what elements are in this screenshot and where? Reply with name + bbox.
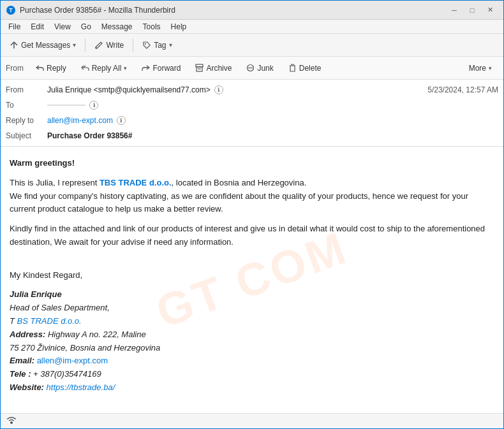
maximize-button[interactable]: □ (464, 4, 480, 17)
email-header: From Julia Enrique <smtp@quicklyemailsen… (1, 80, 503, 147)
from-label: From (6, 64, 24, 73)
status-bar (1, 413, 503, 428)
write-icon (94, 41, 103, 50)
archive-button[interactable]: Archive (189, 61, 238, 76)
forward-button[interactable]: Forward (135, 61, 187, 76)
menu-file[interactable]: File (3, 21, 26, 33)
menu-message[interactable]: Message (96, 21, 138, 33)
toolbar-divider-1 (85, 39, 85, 52)
get-messages-button[interactable]: Get Messages ▾ (4, 38, 81, 52)
reply-to-info-icon[interactable]: ℹ (117, 116, 126, 125)
reply-icon (36, 64, 44, 72)
toolbar: Get Messages ▾ Write Tag ▾ (1, 34, 503, 57)
window-title: Purchase Order 93856# - Mozilla Thunderb… (20, 6, 446, 15)
sig-company-pre: T (10, 316, 17, 326)
sender-info-icon[interactable]: ℹ (214, 85, 223, 94)
sig-address-label: Address: (10, 330, 48, 339)
menu-help[interactable]: Help (166, 21, 192, 33)
from-field-label: From (6, 85, 47, 94)
reply-to-value: allen@im-expt.com ℹ (47, 116, 498, 125)
reply-all-icon (81, 64, 89, 72)
app-icon: T (6, 5, 16, 15)
reply-to-link[interactable]: allen@im-expt.com (47, 116, 113, 125)
subject-field-label: Subject (6, 131, 47, 140)
sig-email-label: Email: (10, 356, 37, 365)
svg-text:T: T (9, 7, 13, 13)
reply-all-button[interactable]: Reply All ▾ (75, 61, 134, 76)
signature-block: Julia Enrique Head of Sales Department, … (10, 288, 494, 394)
sig-tele: + 387(0)35474169 (33, 369, 101, 379)
wifi-icon (6, 416, 17, 425)
subject-row: Subject Purchase Order 93856# (1, 128, 503, 143)
sig-title: Head of Sales Department, (10, 303, 110, 312)
junk-icon (246, 64, 255, 72)
archive-icon (195, 64, 204, 72)
reply-to-row: Reply to allen@im-expt.com ℹ (1, 113, 503, 128)
window-controls: ─ □ ✕ (446, 4, 498, 17)
to-row: To ℹ (1, 98, 503, 113)
to-field-label: To (6, 101, 47, 110)
svg-point-8 (10, 421, 13, 424)
menu-bar: File Edit View Go Message Tools Help (1, 20, 503, 34)
menu-edit[interactable]: Edit (26, 21, 49, 33)
menu-view[interactable]: View (49, 21, 76, 33)
to-field-value: ℹ (47, 101, 498, 110)
close-button[interactable]: ✕ (482, 4, 498, 17)
forward-icon (142, 64, 150, 72)
reply-all-chevron-icon: ▾ (124, 65, 127, 71)
greeting-text: Warm greetings! (10, 157, 494, 170)
subject-field-value: Purchase Order 93856# (47, 131, 498, 140)
sig-address: Highway A no. 222, Maline (48, 330, 146, 339)
get-messages-icon (10, 41, 19, 50)
tag-button[interactable]: Tag ▾ (137, 38, 177, 52)
menu-go[interactable]: Go (76, 21, 96, 33)
email-date: 5/23/2024, 12:57 AM (427, 85, 498, 94)
sig-name: Julia Enrique (10, 289, 62, 299)
email-body: GT COM Warm greetings! This is Julia, I … (1, 147, 503, 413)
company-link-1[interactable]: TBS TRADE d.o.o. (100, 178, 172, 187)
svg-point-2 (145, 43, 146, 45)
sig-website-link[interactable]: https://tbstrade.ba/ (47, 382, 115, 392)
from-field-value: Julia Enrique <smtp@quicklyemailsend77.c… (47, 85, 427, 94)
connection-icon (6, 416, 17, 426)
delete-button[interactable]: Delete (282, 61, 328, 76)
toolbar-divider-2 (133, 39, 133, 52)
delete-icon (288, 64, 297, 72)
sig-tele-label: Tele : (10, 369, 33, 379)
from-row: From Julia Enrique <smtp@quicklyemailsen… (1, 82, 503, 98)
sig-company-link[interactable]: BS TRADE d.o.o. (17, 316, 82, 326)
menu-tools[interactable]: Tools (138, 21, 166, 33)
to-info-icon[interactable]: ℹ (89, 101, 98, 110)
sig-email-link[interactable]: allen@im-expt.com (37, 356, 108, 365)
reply-button[interactable]: Reply (29, 61, 73, 76)
to-redacted (47, 105, 85, 106)
minimize-button[interactable]: ─ (446, 4, 463, 17)
junk-button[interactable]: Junk (240, 61, 279, 76)
sig-website-label: Website: (10, 382, 47, 392)
more-chevron-icon: ▾ (489, 65, 492, 71)
body-para1: This is Julia, I represent TBS TRADE d.o… (10, 177, 494, 216)
sig-city: 75 270 Živinice, Bosnia and Herzegovina (10, 343, 160, 353)
reply-to-label: Reply to (6, 116, 47, 125)
more-button[interactable]: More ▾ (463, 61, 498, 76)
regards-text: My Kindest Regard, (10, 256, 494, 282)
tag-chevron-icon: ▾ (169, 41, 172, 48)
get-messages-chevron-icon: ▾ (73, 41, 76, 48)
title-bar: T Purchase Order 93856# - Mozilla Thunde… (1, 1, 503, 20)
write-button[interactable]: Write (89, 38, 129, 52)
action-bar: From Reply Reply All ▾ Forward Archive J… (1, 57, 503, 80)
body-para2: Kindly find in the attached and link of … (10, 222, 494, 249)
tag-icon (142, 41, 151, 50)
